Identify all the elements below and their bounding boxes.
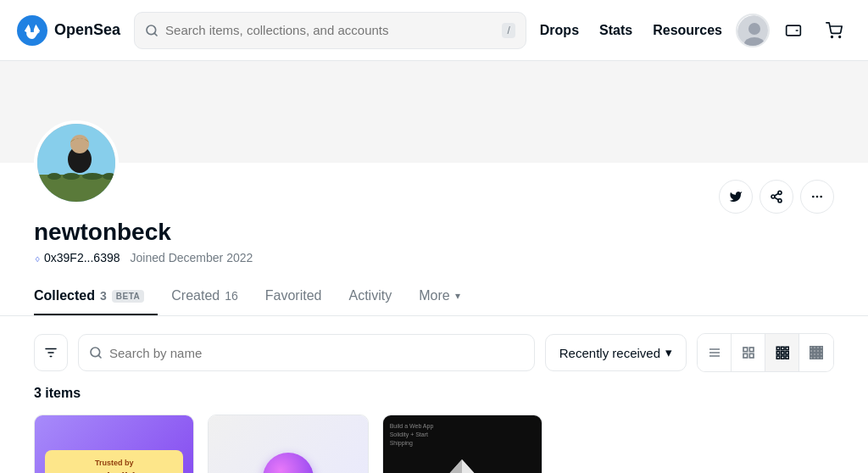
profile-info: newtonbeck ⬨ 0x39F2...6398 Joined Decemb…: [34, 219, 834, 264]
svg-rect-44: [781, 356, 783, 359]
svg-line-21: [775, 193, 779, 196]
wallet-button[interactable]: [776, 14, 810, 47]
item-search-bar[interactable]: [78, 334, 535, 371]
logo-text: OpenSea: [54, 21, 120, 39]
profile-banner: [0, 61, 868, 163]
svg-point-13: [82, 173, 103, 180]
profile-avatar-wrap: [34, 120, 119, 205]
list-icon: [708, 346, 721, 359]
avatar-image: [737, 15, 770, 47]
svg-rect-43: [776, 356, 779, 359]
share-button[interactable]: [760, 180, 793, 214]
nft-card[interactable]: Build a Web AppSolidity + StartShipping …: [382, 415, 542, 473]
svg-point-8: [839, 36, 841, 37]
svg-rect-56: [817, 353, 820, 356]
view-mode-buttons: [697, 333, 834, 372]
tab-activity[interactable]: Activity: [336, 278, 406, 315]
svg-line-29: [98, 355, 101, 358]
more-icon: [810, 190, 824, 203]
filter-button[interactable]: [34, 334, 68, 371]
grid-sm-icon: [742, 346, 755, 359]
grid-md-view-button[interactable]: [765, 334, 799, 371]
search-shortcut: /: [502, 23, 515, 38]
twitter-icon: [729, 190, 743, 203]
joined-date: Joined December 2022: [131, 251, 253, 264]
svg-rect-35: [743, 353, 748, 358]
cart-button[interactable]: [817, 14, 851, 47]
svg-marker-66: [447, 459, 462, 473]
svg-rect-52: [817, 350, 820, 353]
profile-actions: [719, 180, 834, 214]
filter-icon: [43, 345, 58, 360]
svg-rect-61: [821, 357, 823, 359]
svg-rect-51: [814, 350, 816, 353]
eth-icon: ⬨: [34, 251, 41, 264]
svg-marker-65: [462, 459, 477, 473]
tab-collected[interactable]: Collected 3 BETA: [34, 278, 158, 315]
svg-rect-58: [810, 357, 813, 359]
nft-image-buildspace: Build a Web AppSolidity + StartShipping …: [383, 415, 542, 473]
svg-point-0: [17, 15, 47, 46]
profile-meta: ⬨ 0x39F2...6398 Joined December 2022: [34, 251, 834, 264]
ball-icon: [263, 453, 314, 473]
svg-rect-59: [814, 357, 816, 359]
more-options-button[interactable]: [800, 180, 834, 214]
svg-rect-46: [810, 347, 813, 349]
svg-point-4: [748, 23, 760, 35]
svg-line-2: [154, 33, 157, 36]
svg-point-7: [832, 36, 833, 37]
svg-rect-36: [749, 353, 754, 358]
svg-point-24: [820, 196, 822, 198]
svg-rect-40: [776, 352, 779, 354]
nav-links: Drops Stats Resources: [540, 23, 722, 38]
search-input[interactable]: [165, 23, 495, 37]
nft-card[interactable]: Trusted by 100K builders ★★★★★ ⬡ metasch…: [34, 415, 194, 473]
nft-grid: Trusted by 100K builders ★★★★★ ⬡ metasch…: [34, 415, 542, 473]
svg-rect-57: [821, 353, 823, 356]
navbar: OpenSea / Drops Stats Resources: [0, 0, 868, 61]
twitter-button[interactable]: [719, 180, 753, 214]
grid-lg-icon: [810, 346, 823, 359]
svg-rect-33: [743, 348, 748, 352]
content-toolbar: Recently received ▾: [34, 333, 834, 372]
share-icon: [770, 190, 783, 203]
list-view-button[interactable]: [698, 334, 732, 371]
svg-rect-45: [786, 356, 788, 359]
search-icon: [145, 24, 159, 37]
user-avatar[interactable]: [736, 14, 770, 47]
tab-more[interactable]: More ▾: [405, 278, 473, 315]
grid-md-icon: [776, 346, 789, 359]
svg-rect-55: [814, 353, 816, 356]
grid-sm-view-button[interactable]: [732, 334, 765, 371]
tab-favorited[interactable]: Favorited: [252, 278, 336, 315]
nav-drops[interactable]: Drops: [540, 23, 579, 38]
profile-username: newtonbeck: [34, 219, 834, 246]
svg-point-23: [816, 196, 819, 198]
chevron-down-icon: ▾: [455, 290, 460, 302]
items-count: 3 items: [34, 386, 834, 401]
sort-button[interactable]: Recently received ▾: [545, 334, 687, 371]
chevron-down-icon: ▾: [665, 345, 672, 360]
nft-card[interactable]: Content not available yet 6609 Metaschoo…: [208, 415, 368, 473]
search-bar[interactable]: /: [134, 12, 526, 49]
svg-rect-54: [810, 353, 813, 356]
svg-point-12: [63, 173, 80, 180]
svg-rect-49: [821, 347, 823, 349]
profile-avatar: [34, 120, 119, 205]
grid-lg-view-button[interactable]: [799, 334, 833, 371]
eth-diamond-icon: [445, 458, 479, 473]
logo[interactable]: OpenSea: [17, 15, 120, 46]
search-icon: [89, 346, 103, 359]
tab-created[interactable]: Created 16: [158, 278, 252, 315]
nav-stats[interactable]: Stats: [599, 23, 632, 38]
svg-point-11: [47, 173, 61, 180]
svg-rect-47: [814, 347, 816, 349]
item-search-input[interactable]: [109, 346, 524, 360]
svg-rect-50: [810, 350, 813, 353]
svg-rect-60: [817, 357, 820, 359]
svg-point-16: [70, 135, 89, 153]
nav-resources[interactable]: Resources: [653, 23, 722, 38]
nft-image-metaschool: Trusted by 100K builders ★★★★★ ⬡ metasch…: [35, 415, 193, 473]
svg-point-14: [103, 173, 116, 180]
svg-rect-38: [781, 347, 783, 349]
